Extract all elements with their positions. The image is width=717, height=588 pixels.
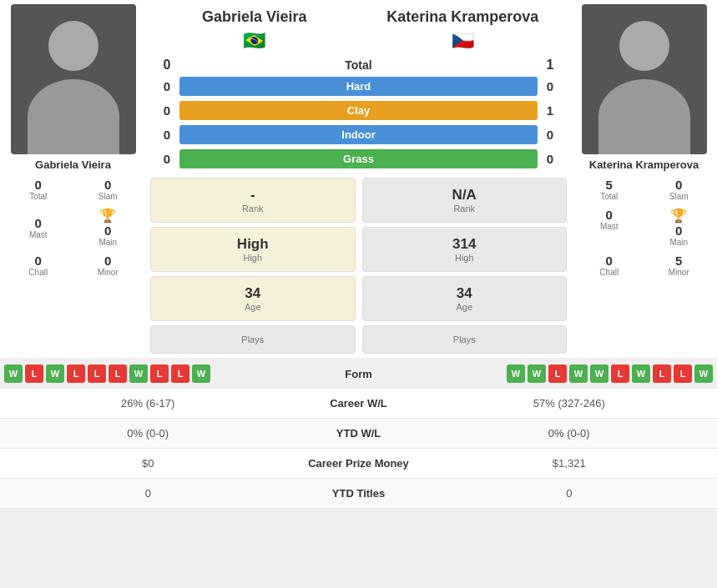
left-chall-cell: 0 Chall xyxy=(4,251,73,279)
left-form-7: W xyxy=(129,364,148,383)
left-form-2: L xyxy=(25,364,43,383)
left-total-label: Total xyxy=(6,192,71,201)
career-wl-right: 57% (327-246) xyxy=(434,397,705,410)
left-info-boxes: - Rank High High 34 Age Plays xyxy=(150,178,356,354)
right-rank-label: Rank xyxy=(453,204,475,214)
right-player-section: Katerina Kramperova 5 Total 0 Slam 0 Mas… xyxy=(571,0,717,358)
right-form-5: W xyxy=(590,364,608,383)
right-high-value: 314 xyxy=(452,236,476,253)
right-age-value: 34 xyxy=(457,285,472,302)
left-age-box: 34 Age xyxy=(150,276,356,321)
left-chall-label: Chall xyxy=(6,268,71,277)
grass-left-score: 0 xyxy=(154,152,179,166)
career-stats-section: 26% (6-17) Career W/L 57% (327-246) 0% (… xyxy=(0,388,717,509)
left-minor-label: Minor xyxy=(76,268,141,277)
ytd-wl-right: 0% (0-0) xyxy=(434,427,705,440)
left-rank-value: - xyxy=(250,187,255,204)
left-form-1: W xyxy=(4,364,23,383)
right-form-10: W xyxy=(694,364,713,383)
ytd-wl-label: YTD W/L xyxy=(284,427,434,440)
right-total-score: 1 xyxy=(538,58,563,73)
right-age-label: Age xyxy=(456,302,472,312)
left-age-label: Age xyxy=(245,302,261,312)
clay-right-score: 1 xyxy=(538,103,563,118)
right-form-4: W xyxy=(569,364,588,383)
right-mast-cell: 0 Mast xyxy=(575,205,644,249)
left-plays-label: Plays xyxy=(241,334,264,344)
indoor-row: 0 Indoor 0 xyxy=(150,123,567,147)
left-form-3: W xyxy=(46,364,64,383)
right-player-avatar xyxy=(582,4,707,154)
info-boxes-row: - Rank High High 34 Age Plays xyxy=(150,178,567,354)
left-player-name: Gabriela Vieira xyxy=(35,158,111,171)
right-form-6: L xyxy=(611,364,629,383)
left-total-score: 0 xyxy=(154,58,179,73)
left-plays-box: Plays xyxy=(150,325,356,354)
hard-badge: Hard xyxy=(179,77,538,96)
right-chall-label: Chall xyxy=(577,268,642,277)
right-high-label: High xyxy=(455,253,474,263)
right-minor-label: Minor xyxy=(647,268,712,277)
right-total-label: Total xyxy=(577,192,642,201)
career-wl-row: 26% (6-17) Career W/L 57% (327-246) xyxy=(0,388,717,418)
prize-label: Career Prize Money xyxy=(284,457,434,470)
left-total-value: 0 xyxy=(6,178,71,192)
left-mast-cell: 0 Mast xyxy=(4,205,73,249)
right-chall-cell: 0 Chall xyxy=(575,251,644,279)
titles-left: 0 xyxy=(13,487,284,500)
grass-right-score: 0 xyxy=(538,152,563,166)
career-wl-left: 26% (6-17) xyxy=(13,397,284,410)
right-flag: 🇨🇿 xyxy=(452,30,474,52)
left-slam-cell: 0 Slam xyxy=(74,175,143,204)
titles-row: 0 YTD Titles 0 xyxy=(0,478,717,509)
left-trophy-icon: 🏆 xyxy=(99,209,116,223)
right-form-3: L xyxy=(548,364,567,383)
center-content: Gabriela Vieira Katerina Kramperova 🇧🇷 🇨… xyxy=(146,0,571,358)
form-row: W L W L L L W L L W Form W W L W W L W L… xyxy=(0,359,717,388)
left-slam-value: 0 xyxy=(76,178,141,192)
left-high-box: High High xyxy=(150,227,356,272)
left-total-cell: 0 Total xyxy=(4,175,73,204)
header-names: Gabriela Vieira Katerina Kramperova xyxy=(150,4,567,30)
right-total-cell: 5 Total xyxy=(575,175,644,204)
right-form-2: W xyxy=(528,364,546,383)
right-mast-value: 0 xyxy=(577,208,642,222)
form-center-label: Form xyxy=(326,368,392,380)
left-mast-label: Mast xyxy=(29,230,48,239)
right-slam-cell: 0 Slam xyxy=(645,175,714,204)
prize-row: $0 Career Prize Money $1,321 xyxy=(0,448,717,478)
right-rank-value: N/A xyxy=(452,187,477,204)
indoor-left-score: 0 xyxy=(154,128,179,142)
indoor-right-score: 0 xyxy=(538,128,563,142)
right-player-stats: 5 Total 0 Slam 0 Mast 🏆 0 Main 0 xyxy=(575,175,713,279)
right-trophy-cell: 🏆 0 Main xyxy=(645,205,714,249)
right-plays-label: Plays xyxy=(453,334,476,344)
right-high-box: 314 High xyxy=(362,227,568,272)
left-form-badges: W L W L L L W L L W xyxy=(4,364,326,383)
left-form-9: L xyxy=(171,364,189,383)
ytd-wl-left: 0% (0-0) xyxy=(13,427,284,440)
left-form-6: L xyxy=(109,364,127,383)
main-container: Gabriela Vieira 0 Total 0 Slam 0 Mast 🏆 … xyxy=(0,0,717,509)
clay-left-score: 0 xyxy=(154,103,179,118)
left-center-name: Gabriela Vieira xyxy=(150,8,359,26)
prize-right: $1,321 xyxy=(434,457,705,470)
left-player-avatar xyxy=(11,4,136,154)
left-rank-label: Rank xyxy=(242,204,264,214)
right-total-value: 5 xyxy=(577,178,642,192)
right-plays-box: Plays xyxy=(362,325,568,354)
left-minor-cell: 0 Minor xyxy=(74,251,143,279)
career-wl-label: Career W/L xyxy=(284,397,434,410)
right-minor-cell: 5 Minor xyxy=(645,251,714,279)
flags-row: 🇧🇷 🇨🇿 xyxy=(150,30,567,52)
left-main-label: Main xyxy=(76,238,141,247)
right-mast-label: Mast xyxy=(577,222,642,231)
hard-left-score: 0 xyxy=(154,79,179,93)
left-slam-label: Slam xyxy=(76,192,141,201)
left-player-stats: 0 Total 0 Slam 0 Mast 🏆 0 Main 0 xyxy=(4,175,142,279)
top-section: Gabriela Vieira 0 Total 0 Slam 0 Mast 🏆 … xyxy=(0,0,717,358)
left-trophy-cell: 🏆 0 Main xyxy=(74,205,143,249)
left-age-value: 34 xyxy=(245,285,260,302)
left-flag: 🇧🇷 xyxy=(243,30,265,52)
prize-left: $0 xyxy=(13,457,284,470)
